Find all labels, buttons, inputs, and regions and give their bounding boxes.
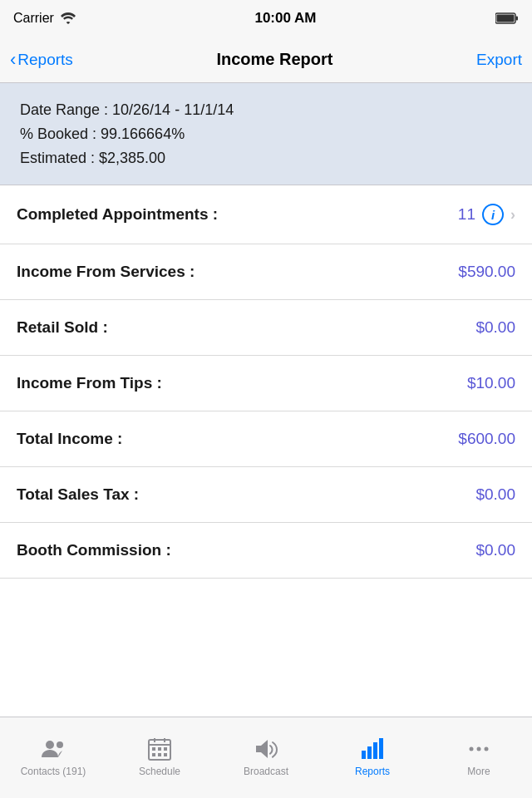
svg-point-20 (470, 746, 474, 751)
tab-schedule-label: Schedule (139, 766, 180, 777)
income-tips-label: Income From Tips : (17, 374, 162, 392)
more-icon (466, 736, 492, 762)
total-income-row: Total Income : $600.00 (0, 411, 532, 467)
svg-rect-16 (362, 751, 366, 759)
total-income-value: $600.00 (458, 430, 515, 448)
export-button[interactable]: Export (476, 51, 522, 69)
completed-appointments-row[interactable]: Completed Appointments : 11 i › (0, 185, 532, 244)
total-sales-tax-value: $0.00 (475, 485, 515, 504)
svg-rect-13 (158, 753, 161, 756)
svg-rect-14 (164, 753, 167, 756)
retail-sold-value: $0.00 (475, 318, 515, 337)
completed-appointments-right: 11 i › (458, 204, 515, 225)
total-income-label: Total Income : (17, 430, 122, 448)
svg-rect-9 (152, 747, 155, 751)
svg-rect-10 (158, 747, 161, 751)
nav-bar: ‹ Reports Income Report Export (0, 37, 532, 83)
tab-contacts[interactable]: Contacts (191) (0, 717, 106, 798)
carrier-label: Carrier (13, 11, 54, 26)
estimated-value: Estimated : $2,385.00 (20, 146, 512, 170)
svg-point-3 (46, 741, 54, 749)
svg-rect-11 (164, 747, 167, 751)
info-icon[interactable]: i (482, 204, 504, 225)
booth-commission-value: $0.00 (475, 541, 515, 559)
tab-broadcast-label: Broadcast (244, 766, 288, 777)
retail-sold-row: Retail Sold : $0.00 (0, 300, 532, 356)
svg-point-22 (485, 746, 489, 751)
status-left: Carrier (13, 11, 76, 26)
schedule-icon (146, 736, 173, 762)
chevron-right-icon: › (510, 206, 515, 224)
tab-reports-label: Reports (355, 766, 390, 777)
tab-more[interactable]: More (426, 717, 532, 798)
income-services-row: Income From Services : $590.00 (0, 244, 532, 300)
svg-rect-1 (516, 17, 519, 21)
completed-appointments-label: Completed Appointments : (17, 205, 218, 224)
tab-broadcast[interactable]: Broadcast (213, 717, 319, 798)
summary-box: Date Range : 10/26/14 - 11/1/14 % Booked… (0, 83, 532, 185)
booth-commission-row: Booth Commission : $0.00 (0, 523, 532, 579)
broadcast-icon (253, 736, 279, 762)
income-tips-value: $10.00 (467, 374, 515, 392)
completed-appointments-value: 11 (458, 205, 475, 224)
income-services-value: $590.00 (458, 263, 515, 281)
income-tips-row: Income From Tips : $10.00 (0, 356, 532, 411)
svg-rect-17 (367, 746, 372, 759)
status-right (495, 12, 519, 24)
total-sales-tax-label: Total Sales Tax : (17, 485, 139, 504)
main-content: Completed Appointments : 11 i › Income F… (0, 185, 532, 798)
status-bar: Carrier 10:00 AM (0, 0, 532, 37)
battery-icon (495, 12, 519, 24)
booked-percent: % Booked : 99.166664% (20, 122, 512, 146)
tab-contacts-label: Contacts (191) (21, 766, 86, 777)
income-services-label: Income From Services : (17, 263, 195, 281)
tab-schedule[interactable]: Schedule (106, 717, 213, 798)
svg-rect-2 (497, 15, 515, 22)
reports-icon (359, 736, 386, 762)
retail-sold-label: Retail Sold : (17, 318, 108, 337)
booth-commission-label: Booth Commission : (17, 541, 171, 559)
tab-more-label: More (467, 766, 490, 777)
svg-marker-15 (256, 740, 268, 758)
date-range: Date Range : 10/26/14 - 11/1/14 (20, 98, 512, 122)
svg-rect-12 (152, 753, 155, 756)
page-title: Income Report (216, 50, 332, 69)
svg-point-21 (477, 746, 481, 751)
back-button[interactable]: ‹ Reports (10, 49, 73, 71)
status-time: 10:00 AM (254, 10, 316, 27)
svg-point-4 (57, 741, 63, 748)
contacts-icon (40, 736, 66, 762)
back-chevron-icon: ‹ (10, 49, 16, 71)
tab-bar: Contacts (191) Schedule Broadcast (0, 717, 532, 798)
wifi-icon (61, 12, 76, 24)
svg-rect-18 (373, 742, 377, 759)
back-label: Reports (17, 51, 73, 69)
total-sales-tax-row: Total Sales Tax : $0.00 (0, 467, 532, 523)
svg-rect-19 (379, 738, 383, 759)
tab-reports[interactable]: Reports (319, 717, 426, 798)
